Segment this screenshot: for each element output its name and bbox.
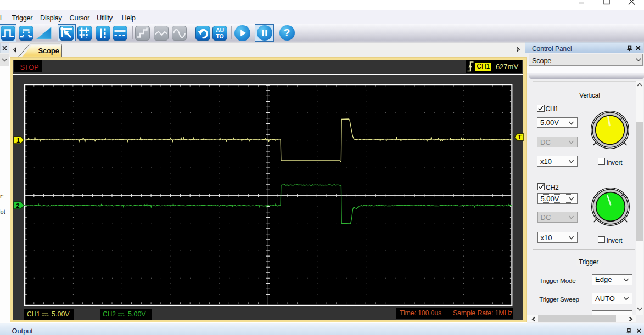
svg-text:AU: AU xyxy=(216,26,224,33)
svg-text:2: 2 xyxy=(16,202,19,209)
svg-text:TO: TO xyxy=(216,33,223,39)
svg-text:1: 1 xyxy=(16,137,20,144)
svg-text:Scope: Scope xyxy=(38,47,59,55)
svg-text:T: T xyxy=(518,134,522,140)
